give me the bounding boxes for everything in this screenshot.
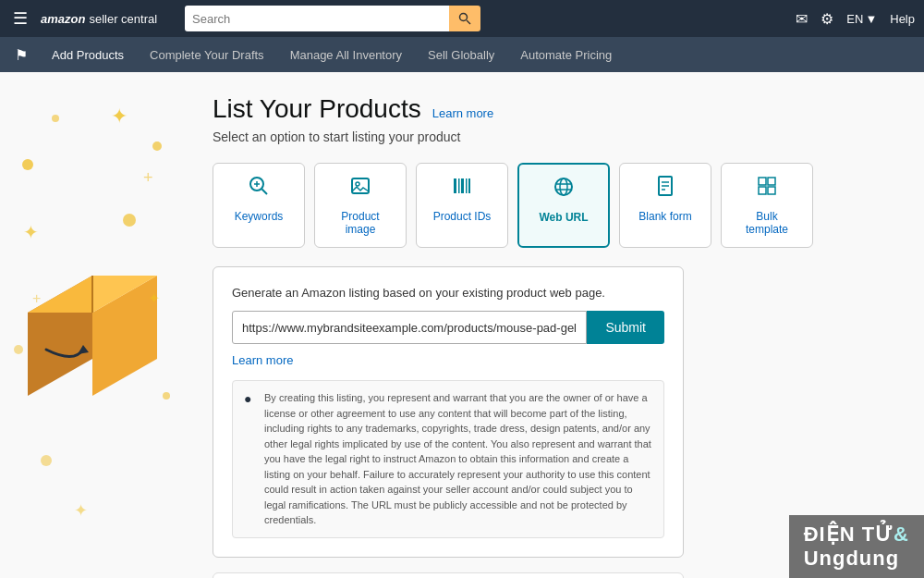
svg-point-0 (460, 14, 468, 21)
tab-bulk-template-label: Bulk template (736, 210, 797, 236)
nav-automate-pricing[interactable]: Automate Pricing (507, 37, 625, 72)
product-ids-icon (451, 175, 473, 203)
bulk-template-icon (756, 175, 778, 203)
tab-blank-form-label: Blank form (638, 210, 691, 223)
svg-rect-27 (458, 178, 460, 193)
amazon-logo: amazon (41, 12, 85, 26)
submit-button[interactable]: Submit (587, 311, 664, 344)
settings-icon[interactable]: ⚙ (821, 10, 833, 28)
svg-text:✦: ✦ (23, 222, 39, 242)
svg-text:✦: ✦ (111, 105, 128, 128)
web-url-card: Generate an Amazon listing based on your… (213, 266, 684, 558)
help-button[interactable]: Help (890, 12, 915, 26)
legal-text: By creating this listing, you represent … (264, 390, 652, 528)
tab-product-image-label: Product image (330, 210, 391, 236)
svg-point-11 (14, 345, 23, 354)
tab-blank-form[interactable]: Blank form (619, 163, 711, 248)
url-input-row: Submit (232, 311, 664, 344)
svg-line-21 (262, 190, 268, 195)
card-instruction: Generate an Amazon listing based on your… (232, 286, 664, 300)
left-decoration: ✦ ✦ ✦ ✦ + + (0, 72, 194, 578)
secondary-navigation: ⚑ Add Products Complete Your Drafts Mana… (0, 37, 924, 72)
search-input[interactable] (185, 6, 449, 31)
info-icon: ● (244, 391, 257, 406)
search-button[interactable] (449, 6, 480, 31)
svg-rect-26 (454, 178, 456, 193)
tab-keywords-label: Keywords (235, 210, 284, 223)
tab-product-ids[interactable]: Product IDs (416, 163, 508, 248)
svg-text:+: + (143, 168, 153, 187)
main-content: ✦ ✦ ✦ ✦ + + List Your Products Learn mor… (0, 72, 924, 578)
tab-keywords[interactable]: Keywords (213, 163, 305, 248)
search-icon (458, 12, 471, 25)
svg-rect-28 (461, 178, 464, 193)
mail-icon[interactable]: ✉ (796, 10, 808, 28)
svg-line-1 (467, 20, 470, 24)
svg-point-9 (52, 115, 59, 122)
svg-point-12 (163, 392, 170, 400)
seller-central-label: seller central (89, 12, 157, 26)
nav-right: ✉ ⚙ EN ▼ Help (796, 10, 915, 28)
svg-point-32 (560, 178, 567, 195)
svg-rect-41 (759, 187, 766, 194)
content-area: List Your Products Learn more Select an … (194, 72, 924, 578)
decoration-svg: ✦ ✦ ✦ ✦ + + (0, 72, 194, 578)
svg-rect-42 (768, 187, 775, 194)
tab-product-ids-label: Product IDs (433, 210, 492, 223)
search-container (185, 6, 480, 31)
nav-manage-inventory[interactable]: Manage All Inventory (277, 37, 415, 72)
tab-bulk-template[interactable]: Bulk template (721, 163, 813, 248)
product-image-icon (349, 175, 371, 203)
hamburger-icon[interactable]: ☰ (9, 5, 31, 32)
svg-rect-40 (768, 178, 775, 185)
nav-sell-globally[interactable]: Sell Globally (415, 37, 507, 72)
svg-point-7 (22, 159, 33, 170)
page-title: List Your Products (213, 94, 421, 124)
bottom-banner: Complete your listings You have unfinish… (213, 572, 684, 579)
svg-text:✦: ✦ (148, 290, 160, 306)
nav-complete-drafts[interactable]: Complete Your Drafts (137, 37, 277, 72)
learn-more-card-link[interactable]: Learn more (232, 353, 664, 367)
learn-more-link-title[interactable]: Learn more (432, 106, 493, 120)
legal-box: ● By creating this listing, you represen… (232, 380, 664, 538)
svg-text:✦: ✦ (74, 501, 88, 520)
svg-point-25 (356, 182, 359, 186)
blank-form-icon (654, 175, 676, 203)
svg-point-13 (41, 455, 52, 466)
svg-text:+: + (32, 290, 41, 306)
tab-web-url-label: Web URL (539, 211, 588, 224)
svg-point-8 (152, 141, 162, 151)
bookmark-icon: ⚑ (15, 46, 28, 64)
svg-rect-39 (759, 178, 766, 185)
svg-rect-29 (466, 178, 468, 193)
keywords-icon (248, 175, 270, 203)
svg-rect-30 (468, 178, 470, 193)
top-navigation: ☰ amazon seller central ✉ ⚙ EN ▼ Help (0, 0, 924, 37)
tab-product-image[interactable]: Product image (314, 163, 407, 248)
svg-point-10 (123, 214, 136, 227)
tab-web-url[interactable]: Web URL (517, 163, 610, 248)
logo-area: amazon seller central (41, 12, 157, 26)
language-selector[interactable]: EN ▼ (846, 12, 877, 26)
web-url-icon (553, 176, 575, 203)
page-title-row: List Your Products Learn more (213, 94, 887, 124)
option-tabs: Keywords Product image Product IDs Web U… (213, 163, 887, 248)
url-input[interactable] (232, 311, 587, 344)
svg-point-31 (555, 178, 572, 195)
page-subtitle: Select an option to start listing your p… (213, 129, 887, 144)
nav-add-products[interactable]: Add Products (39, 37, 137, 72)
